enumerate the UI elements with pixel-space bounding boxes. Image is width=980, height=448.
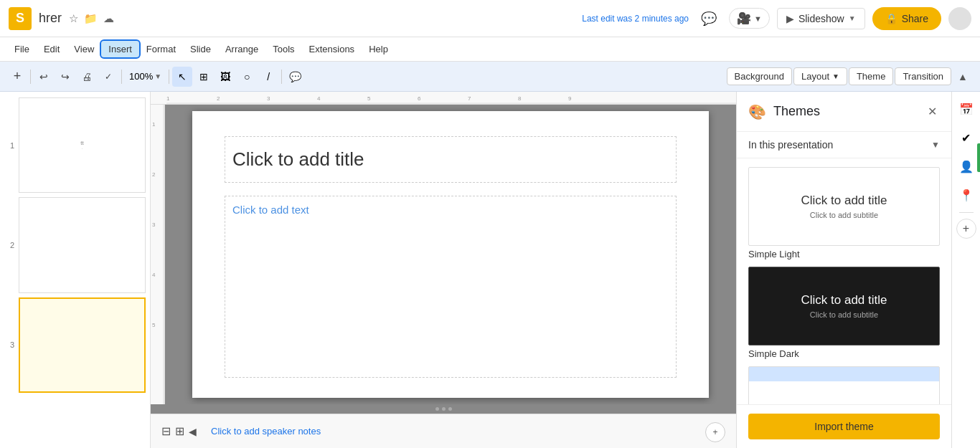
lock-icon: 🔒 [885, 13, 897, 24]
svg-text:2: 2 [217, 95, 220, 102]
slide-thumb-3[interactable] [19, 297, 146, 394]
canvas-resize-handle[interactable]: + [705, 422, 725, 442]
slide-thumb-row-3: 3 [4, 297, 146, 394]
toolbar-sep4 [281, 70, 282, 84]
google-account-avatar[interactable] [948, 7, 971, 30]
slide-canvas[interactable]: Click to add title Click to add text [192, 111, 709, 398]
slide-thumb-2[interactable] [19, 197, 146, 292]
theme-item-partial[interactable] [748, 366, 940, 404]
google-calendar-icon[interactable]: 📅 [955, 97, 978, 120]
background-btn[interactable]: Background [727, 67, 792, 85]
import-theme-btn[interactable]: Import theme [748, 414, 940, 439]
cloud-icon[interactable]: ☁ [103, 12, 114, 25]
transition-btn[interactable]: Transition [895, 67, 951, 85]
zoom-control[interactable]: 100% ▼ [125, 70, 166, 83]
svg-text:3: 3 [152, 221, 156, 228]
title-icons: ☆ 📁 ☁ [69, 12, 114, 25]
top-bar: S hrer ☆ 📁 ☁ Last edit was 2 minutes ago… [0, 0, 980, 37]
menu-item-file[interactable]: File [7, 41, 37, 57]
svg-text:7: 7 [468, 95, 471, 102]
menu-bar: File Edit View Insert Format Slide Arran… [0, 37, 980, 62]
canvas-area: 1 2 3 4 5 6 7 8 9 1 2 3 4 5 [151, 92, 736, 448]
theme-item-simple-light[interactable]: Click to add title Click to add subtitle… [748, 167, 940, 259]
shapes-tool[interactable]: ○ [237, 67, 257, 87]
google-contacts-icon[interactable]: 👤 [955, 155, 978, 178]
menu-item-view[interactable]: View [67, 41, 101, 57]
menu-item-help[interactable]: Help [362, 41, 395, 57]
theme-name-dark: Simple Dark [748, 348, 940, 359]
zoom-value: 100% [129, 71, 153, 82]
speaker-notes-bar: ⊟ ⊞ ◀ Click to add speaker notes + [151, 414, 736, 448]
theme-preview-subtitle-light: Click to add subtitle [810, 211, 878, 219]
last-edit-text[interactable]: Last edit was 2 minutes ago [582, 14, 689, 24]
share-label: Share [902, 13, 928, 24]
ruler-h: 1 2 3 4 5 6 7 8 9 [151, 92, 736, 105]
svg-text:2: 2 [152, 171, 156, 178]
menu-item-insert[interactable]: Insert [101, 41, 139, 57]
theme-preview-title-dark: Click to add title [801, 293, 887, 308]
themes-footer: Import theme [737, 404, 951, 448]
theme-preview-simple-dark: Click to add title Click to add subtitle [748, 267, 940, 345]
slide-num-3: 3 [4, 340, 14, 349]
layout-btn[interactable]: Layout ▼ [793, 67, 847, 85]
zoom-chevron: ▼ [154, 72, 161, 80]
share-btn[interactable]: 🔒 Share [872, 7, 941, 30]
themes-section-chevron: ▼ [931, 140, 940, 150]
toolbar-collapse-btn[interactable]: ▲ [953, 67, 973, 87]
menu-item-slide[interactable]: Slide [183, 41, 218, 57]
menu-item-format[interactable]: Format [139, 41, 183, 57]
svg-text:4: 4 [317, 95, 321, 102]
meet-btn[interactable]: 🎥 ▼ [729, 8, 770, 29]
slide-num-1: 1 [4, 141, 14, 150]
add-addon-btn[interactable]: + [956, 219, 976, 239]
svg-text:6: 6 [418, 95, 421, 102]
slideshow-label: Slideshow [798, 13, 844, 24]
ruler-v: 1 2 3 4 5 [151, 105, 165, 404]
title-placeholder[interactable]: Click to add title [225, 136, 677, 183]
menu-item-extensions[interactable]: Extensions [302, 41, 362, 57]
folder-icon[interactable]: 📁 [84, 12, 98, 25]
star-icon[interactable]: ☆ [69, 12, 78, 25]
spell-check-btn[interactable]: ✓ [98, 67, 118, 87]
themes-list: Click to add title Click to add subtitle… [737, 158, 951, 404]
themes-panel: 🎨 Themes ✕ In this presentation ▼ Click … [736, 92, 951, 448]
select-tool[interactable]: ↖ [172, 67, 192, 87]
theme-btn[interactable]: Theme [849, 67, 893, 85]
grid-view-2[interactable]: ⊞ [175, 424, 184, 438]
panel-collapse-btn[interactable]: ◀ [189, 426, 197, 437]
add-btn[interactable]: + [7, 67, 27, 87]
line-tool[interactable]: / [258, 67, 278, 87]
toolbar-sep3 [169, 70, 169, 84]
app-logo[interactable]: S [9, 7, 32, 30]
print-btn[interactable]: 🖨 [77, 67, 97, 87]
menu-item-edit[interactable]: Edit [37, 41, 67, 57]
speaker-notes-text[interactable]: Click to add speaker notes [211, 426, 321, 437]
menu-item-arrange[interactable]: Arrange [218, 41, 265, 57]
themes-close-btn[interactable]: ✕ [925, 102, 940, 121]
undo-btn[interactable]: ↩ [34, 67, 54, 87]
google-maps-icon[interactable]: 📍 [955, 184, 978, 206]
themes-title: Themes [773, 104, 925, 119]
theme-name-light: Simple Light [748, 249, 940, 259]
title-placeholder-text: Click to add title [232, 148, 364, 171]
slideshow-chevron: ▼ [849, 14, 856, 22]
redo-btn[interactable]: ↪ [55, 67, 75, 87]
svg-text:4: 4 [152, 272, 156, 278]
theme-item-simple-dark[interactable]: Click to add title Click to add subtitle… [748, 267, 940, 359]
comment-btn[interactable]: 💬 [696, 6, 722, 32]
image-tool[interactable]: 🖼 [215, 67, 235, 87]
slideshow-btn[interactable]: ▶ Slideshow ▼ [777, 8, 865, 29]
body-placeholder[interactable]: Click to add text [225, 196, 677, 378]
grid-view-1[interactable]: ⊟ [161, 424, 171, 438]
comment-tool[interactable]: 💬 [285, 67, 305, 87]
top-right-controls: Last edit was 2 minutes ago 💬 🎥 ▼ ▶ Slid… [582, 6, 971, 32]
slide-thumb-1[interactable]: tt · [19, 97, 146, 193]
doc-title[interactable]: hrer [39, 11, 62, 26]
themes-section-dropdown[interactable]: In this presentation ▼ [737, 132, 951, 158]
toolbar-sep2 [121, 70, 122, 84]
menu-item-tools[interactable]: Tools [265, 41, 301, 57]
google-tasks-icon[interactable]: ✔ [955, 126, 978, 149]
layout-chevron: ▼ [832, 72, 839, 80]
themes-section-label: In this presentation [748, 139, 931, 151]
text-box-tool[interactable]: ⊞ [194, 67, 214, 87]
